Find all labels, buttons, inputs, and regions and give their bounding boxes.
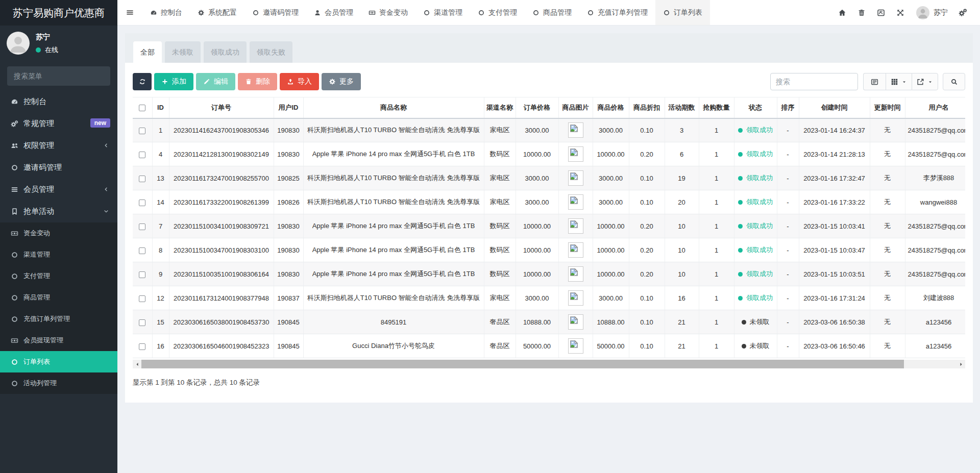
cell-product-image xyxy=(558,142,593,166)
sidebar-item[interactable]: 渠道管理 xyxy=(0,244,117,265)
topnav-tab-label: 资金变动 xyxy=(379,8,408,17)
product-image[interactable] xyxy=(568,194,583,210)
user-avatar[interactable] xyxy=(7,32,30,55)
money-icon xyxy=(11,230,18,237)
sidebar-item-label: 会员管理 xyxy=(23,185,54,194)
topnav-tab[interactable]: 邀请码管理 xyxy=(244,0,306,25)
row-checkbox[interactable] xyxy=(139,200,145,206)
topnav-tab-label: 订单列表 xyxy=(674,8,702,17)
settings-button[interactable] xyxy=(953,8,973,17)
broken-image-icon xyxy=(570,196,578,205)
cell-status: 未领取 xyxy=(734,310,777,334)
column-header: 排序 xyxy=(777,97,799,118)
product-image[interactable] xyxy=(568,314,583,330)
sidebar-item[interactable]: 会员管理 xyxy=(0,179,117,201)
cell-created-time: 2023-01-15 10:03:41 xyxy=(799,214,870,238)
sidebar-item-active[interactable]: 订单列表 xyxy=(0,351,117,372)
filter-tab[interactable]: 领取失败 xyxy=(250,41,292,63)
status-badge: 领取成功 xyxy=(738,269,773,279)
cell-qty: 1 xyxy=(699,286,734,310)
avatar-person-icon xyxy=(916,6,929,19)
topnav-tab[interactable]: 商品管理 xyxy=(525,0,579,25)
filter-tab[interactable]: 全部 xyxy=(133,41,162,63)
add-button[interactable]: 添加 xyxy=(154,73,193,90)
gear-icon xyxy=(329,78,336,85)
sidebar-item[interactable]: 支付管理 xyxy=(0,265,117,287)
scroll-right-arrow-icon[interactable] xyxy=(957,360,965,368)
topnav-tab[interactable]: 资金变动 xyxy=(361,0,415,25)
cell-created-time: 2023-01-14 21:28:13 xyxy=(799,142,870,166)
row-checkbox[interactable] xyxy=(139,128,145,134)
topnav-tab[interactable]: 控制台 xyxy=(142,0,190,25)
cell-product-image xyxy=(558,238,593,262)
money-icon xyxy=(369,9,376,16)
columns-button[interactable] xyxy=(886,73,912,90)
row-checkbox[interactable] xyxy=(139,176,145,182)
export-button[interactable] xyxy=(912,73,938,90)
sidebar-item[interactable]: 抢单活动 xyxy=(0,201,117,222)
scroll-left-arrow-icon[interactable] xyxy=(133,360,141,368)
topnav-tab[interactable]: 订单列表 xyxy=(655,0,710,25)
cell-username: 243518275@qq.com xyxy=(905,238,965,262)
topnav-tab[interactable]: 充值订单列管理 xyxy=(579,0,655,25)
language-button[interactable] xyxy=(871,9,891,17)
sidebar-item[interactable]: 会员提现管理 xyxy=(0,330,117,351)
sidebar-item[interactable]: 充值订单列管理 xyxy=(0,308,117,330)
row-checkbox[interactable] xyxy=(139,319,145,326)
product-image[interactable] xyxy=(568,242,583,258)
row-checkbox[interactable] xyxy=(139,247,145,254)
filter-tab[interactable]: 领取成功 xyxy=(204,41,247,63)
sidebar-item[interactable]: 常规管理new xyxy=(0,113,117,135)
topnav-tab[interactable]: 支付管理 xyxy=(470,0,525,25)
orders-table: ID订单号用户ID商品名称渠道名称订单价格商品图片商品价格商品折扣活动期数抢购数… xyxy=(133,97,965,358)
filter-tab[interactable]: 未领取 xyxy=(165,41,201,63)
import-button[interactable]: 导入 xyxy=(280,73,319,90)
circle-o-icon xyxy=(11,251,18,259)
row-checkbox[interactable] xyxy=(139,223,145,230)
delete-button[interactable]: 删除 xyxy=(238,73,277,90)
sidebar-toggle-icon[interactable] xyxy=(117,0,142,25)
product-image[interactable] xyxy=(568,218,583,234)
more-button[interactable]: 更多 xyxy=(322,73,361,90)
horizontal-scrollbar[interactable] xyxy=(133,360,965,368)
cell-order-price: 3000.00 xyxy=(516,190,558,214)
sidebar-item-label: 支付管理 xyxy=(23,271,50,281)
topnav-tab[interactable]: 会员管理 xyxy=(306,0,361,25)
row-checkbox[interactable] xyxy=(139,343,145,350)
home-button[interactable] xyxy=(832,9,852,17)
list-alt-icon xyxy=(871,78,878,86)
fullscreen-button[interactable] xyxy=(891,9,910,17)
circle-o-icon xyxy=(11,358,18,366)
topnav-tab[interactable]: 系统配置 xyxy=(190,0,244,25)
product-image[interactable] xyxy=(568,266,583,282)
menu-search-input[interactable] xyxy=(7,66,110,86)
product-image[interactable] xyxy=(568,338,583,354)
column-header: 订单号 xyxy=(169,97,274,118)
row-checkbox[interactable] xyxy=(139,271,145,278)
sidebar-item[interactable]: 商品管理 xyxy=(0,287,117,308)
cell-id: 4 xyxy=(152,142,169,166)
product-image[interactable] xyxy=(568,290,583,306)
sidebar-item[interactable]: 控制台 xyxy=(0,91,117,113)
sidebar-item[interactable]: 权限管理 xyxy=(0,135,117,157)
product-image[interactable] xyxy=(568,146,583,162)
topnav-tab[interactable]: 渠道管理 xyxy=(415,0,470,25)
row-checkbox[interactable] xyxy=(139,295,145,302)
product-image[interactable] xyxy=(568,122,583,138)
search-button[interactable] xyxy=(943,73,965,90)
edit-button[interactable]: 编辑 xyxy=(196,73,235,90)
clear-cache-button[interactable] xyxy=(852,9,871,17)
refresh-button[interactable] xyxy=(133,73,152,90)
sidebar-item[interactable]: 邀请码管理 xyxy=(0,157,117,179)
caret-down-icon xyxy=(901,79,907,85)
topbar-user[interactable]: 苏宁 xyxy=(916,6,948,19)
select-all-checkbox[interactable] xyxy=(139,105,145,111)
detail-view-button[interactable] xyxy=(863,73,886,90)
product-image[interactable] xyxy=(568,170,583,186)
row-checkbox[interactable] xyxy=(139,152,145,158)
sidebar-item[interactable]: 活动列管理 xyxy=(0,372,117,394)
scrollbar-thumb[interactable] xyxy=(141,360,904,368)
cell-product-name: Apple 苹果 iPhone 14 pro max 全网通5G手机 白色 1T… xyxy=(303,142,484,166)
table-search-input[interactable] xyxy=(770,73,858,90)
sidebar-item[interactable]: 资金变动 xyxy=(0,222,117,244)
